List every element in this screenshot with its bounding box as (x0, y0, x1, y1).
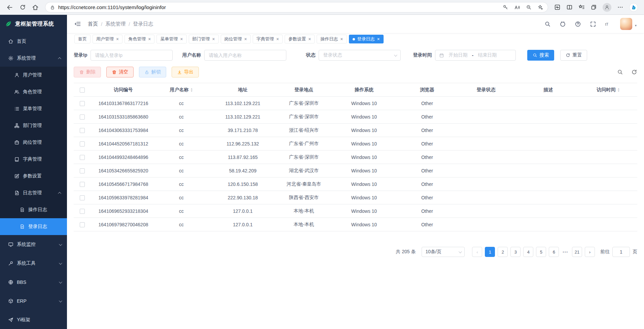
sidebar-item-role-mgmt[interactable]: 角色管理 (0, 84, 67, 100)
sidebar-item-param-settings[interactable]: 参数设置 (0, 168, 67, 185)
close-icon[interactable]: × (212, 37, 215, 41)
close-icon[interactable]: × (308, 37, 311, 41)
delete-button[interactable]: 删除 (74, 67, 101, 77)
search-button[interactable]: 搜索 (527, 50, 554, 61)
font-size-button[interactable] (605, 21, 611, 27)
close-icon[interactable]: × (116, 37, 119, 41)
sort-desc-icon[interactable]: ▼ (190, 90, 193, 92)
export-button[interactable]: 导出 (172, 67, 199, 77)
select-all-checkbox[interactable] (80, 88, 85, 93)
page-button-6[interactable]: 6 (549, 247, 559, 257)
tab-user-mgmt[interactable]: 用户管理 × (93, 35, 122, 43)
unlock-button[interactable]: 解锁 (139, 67, 166, 77)
page-button-1[interactable]: 1 (485, 247, 495, 257)
sidebar-item-yi-framework[interactable]: Yi框架 (0, 310, 67, 329)
sidebar-collapse-button[interactable] (74, 21, 81, 27)
user-avatar[interactable] (620, 18, 632, 30)
reset-button[interactable]: 重置 (560, 50, 587, 61)
sidebar-item-user-mgmt[interactable]: 用户管理 (0, 67, 67, 84)
tab-dept-mgmt[interactable]: 部门管理 × (189, 35, 219, 43)
site-info-lock-icon[interactable] (50, 5, 55, 10)
read-aloud-icon[interactable] (514, 4, 520, 10)
tab-home[interactable]: 首页 (74, 35, 91, 43)
row-checkbox[interactable] (80, 168, 85, 173)
row-checkbox[interactable] (80, 195, 85, 200)
sidebar-item-system-mgmt[interactable]: 系统管理 (0, 50, 67, 67)
row-checkbox[interactable] (80, 128, 85, 133)
help-button[interactable] (575, 21, 581, 27)
collections-icon[interactable] (591, 4, 597, 10)
browser-profile-avatar[interactable] (603, 3, 611, 12)
tab-dict-mgmt[interactable]: 字典管理 × (253, 35, 283, 43)
browser-back-button[interactable] (4, 2, 15, 13)
close-icon[interactable]: × (148, 37, 151, 41)
tab-param-settings[interactable]: 参数设置 × (285, 35, 315, 43)
close-icon[interactable]: × (244, 37, 247, 41)
password-key-icon[interactable] (503, 4, 508, 10)
sidebar-item-home[interactable]: 首页 (0, 33, 67, 50)
browser-essentials-icon[interactable] (554, 4, 561, 10)
chevron-down-icon[interactable]: ▾ (635, 24, 637, 27)
sidebar-item-dict-mgmt[interactable]: 字典管理 (0, 151, 67, 168)
prev-page-button[interactable]: ‹ (472, 247, 482, 257)
sidebar-item-log-mgmt[interactable]: 日志管理 (0, 185, 67, 201)
tab-post-mgmt[interactable]: 岗位管理 × (221, 35, 251, 43)
browser-menu-ellipsis-icon[interactable] (617, 4, 623, 10)
sort-desc-icon[interactable]: ▼ (617, 90, 620, 92)
sidebar-item-bbs[interactable]: BBS (0, 273, 67, 292)
row-checkbox[interactable] (80, 222, 85, 227)
login-time-range-picker[interactable]: 开始日期 - 结束日期 (435, 50, 516, 61)
header-search-button[interactable] (544, 21, 551, 27)
col-visit-time[interactable]: 访问时间▲▼ (579, 83, 637, 97)
user-name-input[interactable] (204, 50, 286, 61)
favorites-bar-icon[interactable] (578, 4, 585, 10)
add-favorite-star-icon[interactable] (537, 4, 543, 10)
row-checkbox[interactable] (80, 141, 85, 146)
close-icon[interactable]: × (276, 37, 279, 41)
split-screen-icon[interactable] (566, 4, 573, 10)
zoom-out-icon[interactable] (526, 4, 532, 10)
sidebar-item-system-tools[interactable]: 系统工具 (0, 254, 67, 273)
page-size-select[interactable]: 10条/页 (422, 247, 465, 257)
page-button-5[interactable]: 5 (536, 247, 546, 257)
toggle-search-icon[interactable] (617, 69, 623, 75)
row-checkbox[interactable] (80, 101, 85, 106)
browser-home-button[interactable] (30, 2, 41, 13)
row-checkbox[interactable] (80, 155, 85, 160)
tab-login-log[interactable]: 登录日志 × (349, 35, 384, 43)
sidebar-item-login-log[interactable]: 登录日志 (0, 218, 67, 235)
refresh-table-icon[interactable] (631, 69, 637, 75)
page-jump-input[interactable] (612, 247, 630, 257)
more-pages-icon[interactable]: ••• (563, 250, 568, 254)
page-button-4[interactable]: 4 (523, 247, 533, 257)
github-link[interactable] (560, 21, 566, 27)
sidebar-item-erp[interactable]: ERP (0, 292, 67, 310)
sidebar-item-menu-mgmt[interactable]: 菜单管理 (0, 100, 67, 117)
sidebar-item-post-mgmt[interactable]: 岗位管理 (0, 134, 67, 151)
breadcrumb-home[interactable]: 首页 (88, 21, 98, 27)
close-icon[interactable]: × (377, 37, 380, 41)
row-checkbox[interactable] (80, 209, 85, 214)
bing-copilot-icon[interactable]: b (629, 3, 638, 12)
close-icon[interactable]: × (340, 37, 343, 41)
breadcrumb-system-mgmt[interactable]: 系统管理 (105, 21, 126, 27)
sidebar-item-system-monitor[interactable]: 系统监控 (0, 235, 67, 254)
sidebar-item-operation-log[interactable]: 操作日志 (0, 201, 67, 218)
browser-address-bar[interactable]: https://ccnetcore.com:1101/system/log/lo… (45, 2, 548, 12)
page-button-2[interactable]: 2 (498, 247, 508, 257)
browser-url[interactable]: https://ccnetcore.com:1101/system/log/lo… (58, 4, 166, 10)
status-select[interactable]: 登录状态 (319, 50, 401, 61)
page-button-21[interactable]: 21 (572, 247, 582, 257)
row-checkbox[interactable] (80, 182, 85, 187)
login-ip-input[interactable] (91, 50, 173, 61)
sidebar-item-dept-mgmt[interactable]: 部门管理 (0, 117, 67, 134)
tab-role-mgmt[interactable]: 角色管理 × (124, 35, 154, 43)
row-checkbox[interactable] (80, 114, 85, 120)
tab-menu-mgmt[interactable]: 菜单管理 × (156, 35, 186, 43)
browser-refresh-button[interactable] (17, 2, 28, 13)
next-page-button[interactable]: › (585, 247, 595, 257)
clear-button[interactable]: 清空 (106, 67, 134, 77)
fullscreen-button[interactable] (590, 21, 596, 27)
tab-operation-log[interactable]: 操作日志 × (317, 35, 347, 43)
app-logo[interactable]: 意框架管理系统 (0, 15, 67, 33)
